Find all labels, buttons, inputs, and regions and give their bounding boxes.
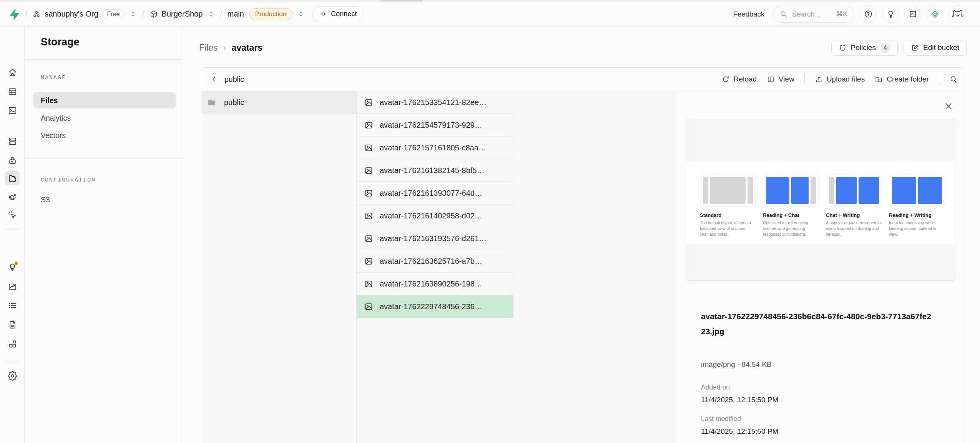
global-search-input[interactable]: Search... ⌘K <box>773 6 854 23</box>
layout-thumbnail <box>889 174 945 207</box>
sidebar-divider <box>25 59 183 60</box>
file-row[interactable]: avatar-1762163193576-d261… <box>357 227 513 250</box>
file-row[interactable]: avatar-1762161382145-8bf5… <box>357 159 513 182</box>
window-top-notch <box>380 0 423 2</box>
file-row[interactable]: avatar-1762161402958-d02… <box>357 205 513 227</box>
sidebar-item-analytics[interactable]: Analytics <box>33 110 176 126</box>
layout-block <box>918 177 942 204</box>
rail-authentication-icon[interactable] <box>5 153 20 168</box>
green-diamond-button[interactable] <box>927 6 943 23</box>
folder-row-public[interactable]: public <box>202 91 356 114</box>
layout-block <box>703 177 708 204</box>
breadcrumb-bucket-name: avatars <box>232 43 263 53</box>
layout-block <box>811 177 816 204</box>
rail-reports-icon[interactable] <box>5 279 20 293</box>
org-selector-chevrons-icon[interactable] <box>130 10 137 18</box>
breadcrumb-files[interactable]: Files <box>199 43 218 53</box>
file-name: avatar-1762157161805-c8aa… <box>380 143 486 152</box>
rail-divider <box>5 126 20 126</box>
rail-api-docs-icon[interactable] <box>5 317 20 332</box>
layout-title: Reading + Chat <box>763 212 819 218</box>
connect-button[interactable]: Connect <box>312 6 364 22</box>
rail-divider <box>5 363 20 363</box>
branch-selector-chevrons-icon[interactable] <box>297 10 305 18</box>
organization-icon <box>32 10 41 18</box>
edit-bucket-button[interactable]: Edit bucket <box>904 40 967 56</box>
layout-description: Ideal for composing while keeping source… <box>889 220 945 238</box>
image-file-icon <box>364 257 373 266</box>
rail-sql-editor-icon[interactable] <box>5 103 20 118</box>
policies-button[interactable]: Policies 4 <box>831 40 898 56</box>
file-row[interactable]: avatar-1762154579173-929… <box>357 114 513 137</box>
layout-thumbnail <box>700 174 756 207</box>
image-file-icon <box>364 212 373 220</box>
sidebar-section-manage: MANAGE <box>41 75 66 81</box>
project-selector-chevrons-icon[interactable] <box>208 10 215 18</box>
sidebar-item-s3[interactable]: S3 <box>33 192 176 208</box>
file-row[interactable]: avatar-1762163890256-198… <box>357 273 513 295</box>
layout-thumbnail <box>826 174 882 207</box>
image-file-icon <box>364 280 373 288</box>
rail-divider <box>5 230 20 230</box>
breadcrumb-chevron: › <box>223 42 226 53</box>
rail-settings-icon[interactable] <box>5 368 20 383</box>
assistant-terminal-button[interactable] <box>904 6 921 23</box>
plan-badge: Free <box>102 9 125 19</box>
rail-edge-functions-icon[interactable] <box>5 190 20 204</box>
file-row[interactable]: avatar-1762229748456-236… <box>357 295 513 318</box>
search-shortcut: ⌘K <box>836 10 848 18</box>
storage-sidebar: Storage MANAGE Files Analytics Vectors C… <box>25 27 183 443</box>
user-avatar[interactable] <box>949 5 967 23</box>
rail-advisors-icon[interactable] <box>5 260 20 274</box>
org-switcher[interactable]: sanbuphy's Org Free <box>32 9 125 19</box>
main-content: Files › avatars Policies 4 <box>183 27 980 443</box>
layout-block <box>766 177 789 204</box>
added-on-value: 11/4/2025, 12:15:50 PM <box>701 396 778 404</box>
search-icon <box>779 10 787 18</box>
file-preview: Standard The default layout, offering a … <box>686 119 955 281</box>
rail-storage-icon[interactable] <box>5 171 20 185</box>
primary-nav-rail <box>0 27 25 443</box>
image-file-icon <box>364 234 373 243</box>
rail-logs-icon[interactable] <box>5 298 20 313</box>
file-detail-panel: Standard The default layout, offering a … <box>676 91 965 443</box>
file-row[interactable]: avatar-1762153354121-82ee… <box>357 91 513 114</box>
search-files-icon[interactable] <box>949 75 958 83</box>
back-chevron-icon[interactable] <box>210 75 218 83</box>
shield-icon <box>839 44 847 52</box>
layout-block <box>829 177 834 204</box>
file-name: avatar-1762153354121-82ee… <box>380 98 487 107</box>
breadcrumb-separator: / <box>142 9 144 19</box>
close-icon[interactable] <box>943 101 953 111</box>
browser-toolbar: public Reload View <box>202 68 965 91</box>
upload-files-button[interactable]: Upload files <box>815 75 865 83</box>
sidebar-item-vectors[interactable]: Vectors <box>33 127 176 143</box>
reload-button[interactable]: Reload <box>722 75 757 83</box>
create-folder-button[interactable]: Create folder <box>875 75 929 83</box>
layout-block <box>892 177 916 204</box>
rail-database-icon[interactable] <box>5 134 20 148</box>
project-switcher[interactable]: BurgerShop <box>149 10 203 18</box>
added-on-label: Added on <box>701 383 730 391</box>
file-name: avatar-1762161382145-8bf5… <box>380 166 484 175</box>
feedback-button[interactable]: Feedback <box>733 10 764 18</box>
rail-table-editor-icon[interactable] <box>5 84 20 99</box>
supabase-logo-icon[interactable] <box>8 8 20 20</box>
file-row[interactable]: avatar-1762161393077-64d… <box>357 182 513 205</box>
page-header: Files › avatars Policies 4 <box>199 38 967 57</box>
branch-name[interactable]: main <box>227 10 244 18</box>
file-browser: public Reload View <box>202 67 965 443</box>
layout-block <box>836 177 857 204</box>
rail-home-icon[interactable] <box>5 65 20 80</box>
connect-icon <box>319 10 327 18</box>
environment-badge: Production <box>249 8 292 20</box>
view-button[interactable]: View <box>767 75 794 83</box>
file-row[interactable]: avatar-1762157161805-c8aa… <box>357 137 513 159</box>
sidebar-divider <box>25 158 183 159</box>
file-row[interactable]: avatar-1762163625716-a7b… <box>357 250 513 273</box>
sidebar-item-files[interactable]: Files <box>33 92 176 108</box>
rail-integrations-icon[interactable] <box>5 336 20 351</box>
rail-realtime-icon[interactable] <box>5 208 20 222</box>
help-button[interactable] <box>860 6 877 23</box>
lightbulb-button[interactable] <box>882 6 899 23</box>
